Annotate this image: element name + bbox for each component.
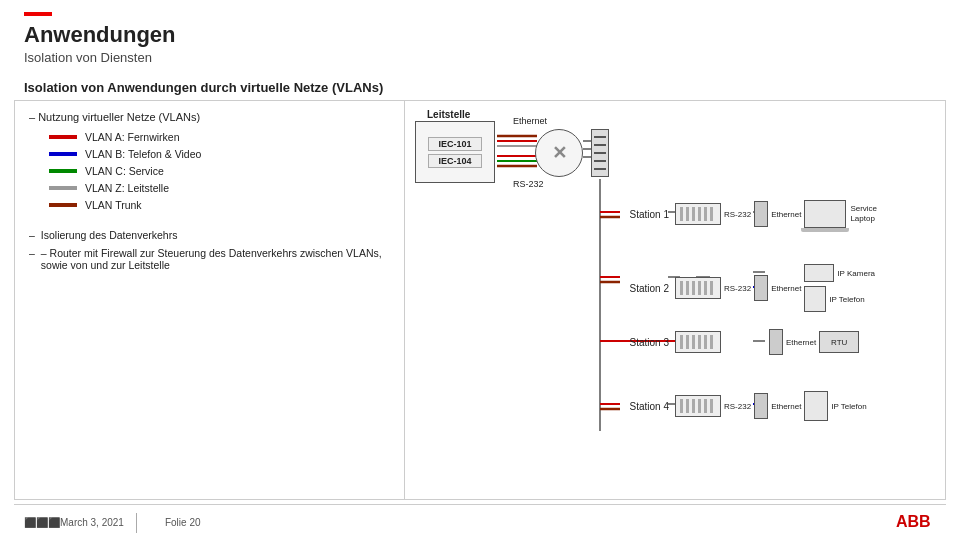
station1-endlabel: ServiceLaptop (850, 204, 877, 225)
station2-label: Station 2 (617, 283, 669, 294)
legend-item: VLAN A: Fernwirken (49, 131, 390, 143)
station2-conn (754, 275, 768, 301)
station3-row: Station 3 Ethernet RTU (617, 329, 862, 355)
main-conn-block (591, 129, 609, 177)
station3-label: Station 3 (617, 337, 669, 348)
station2-row: Station 2 RS-232 Ethernet IP Kamera IP T… (617, 264, 875, 312)
svg-text:ABB: ABB (896, 513, 931, 530)
station2-end-devices: IP Kamera IP Telefon (804, 264, 875, 312)
accent-bar (24, 12, 52, 16)
station3-eth-label: Ethernet (786, 338, 816, 347)
legend-label: VLAN B: Telefon & Video (85, 148, 201, 160)
station1-rs232-label: RS-232 (724, 210, 751, 219)
footer-date: March 3, 2021 (60, 517, 124, 528)
station4-rs232-label: RS-232 (724, 402, 751, 411)
legend-label: VLAN Trunk (85, 199, 142, 211)
phone-icon-s2 (804, 286, 826, 312)
leitstelle-box: IEC-101 IEC-104 (415, 121, 495, 183)
legend-color (49, 186, 77, 190)
legend-item: VLAN Z: Leitstelle (49, 182, 390, 194)
section-title: Isolation von Anwendungen durch virtuell… (24, 80, 383, 95)
legend-label: VLAN Z: Leitstelle (85, 182, 169, 194)
station4-eth-label: Ethernet (771, 402, 801, 411)
station3-device (675, 331, 721, 353)
legend-container: VLAN A: Fernwirken VLAN B: Telefon & Vid… (29, 131, 390, 211)
ethernet-top-label: Ethernet (513, 116, 547, 126)
station2-eth-label: Ethernet (771, 284, 801, 293)
switch-symbol: ✕ (535, 129, 583, 177)
page-subtitle: Isolation von Diensten (24, 50, 152, 65)
station1-conn (754, 201, 768, 227)
bullet2: – Isolierung des Datenverkehrs (29, 229, 390, 241)
footer-abb-dots: ⬛⬛⬛ (24, 517, 60, 528)
legend-label: VLAN C: Service (85, 165, 164, 177)
legend-color (49, 203, 77, 207)
legend-color (49, 169, 77, 173)
station1-eth-label: Ethernet (771, 210, 801, 219)
station1-laptop (804, 200, 846, 228)
station4-label: Station 4 (617, 401, 669, 412)
leitstelle-label: Leitstelle (427, 109, 470, 120)
legend-item: VLAN Trunk (49, 199, 390, 211)
legend-item: VLAN B: Telefon & Video (49, 148, 390, 160)
station2-phone-row: IP Telefon (804, 286, 875, 312)
sub-bullets: – Isolierung des Datenverkehrs – – Route… (29, 229, 390, 271)
footer-page: Folie 20 (165, 517, 201, 528)
switch-x-icon: ✕ (552, 142, 567, 164)
legend-color (49, 135, 77, 139)
diagram-area: Leitstelle IEC-101 IEC-104 Ethernet RS-2… (405, 101, 945, 499)
station2-rs232-label: RS-232 (724, 284, 751, 293)
bullet1: – Nutzung virtueller Netze (VLANs) (29, 111, 390, 123)
footer-sep (136, 513, 137, 533)
left-panel: – Nutzung virtueller Netze (VLANs) VLAN … (15, 101, 405, 499)
station2-camera-row: IP Kamera (804, 264, 875, 282)
bullet3: – – Router mit Firewall zur Steuerung de… (29, 247, 390, 271)
content-box: – Nutzung virtueller Netze (VLANs) VLAN … (14, 100, 946, 500)
station4-row: Station 4 RS-232 Ethernet IP Telefon (617, 391, 867, 421)
legend-color (49, 152, 77, 156)
rtu-device: RTU (819, 331, 859, 353)
station1-device (675, 203, 721, 225)
phone-label-s2: IP Telefon (829, 295, 864, 304)
station3-conn (769, 329, 783, 355)
iec104-label: IEC-104 (428, 154, 482, 168)
legend-label: VLAN A: Fernwirken (85, 131, 180, 143)
footer-logo-group: ⬛⬛⬛ (24, 517, 60, 528)
station1-row: Station 1 RS-232 Ethernet ServiceLaptop (617, 200, 877, 228)
page-title: Anwendungen (24, 22, 176, 48)
iec101-label: IEC-101 (428, 137, 482, 151)
station4-conn (754, 393, 768, 419)
station4-device (675, 395, 721, 417)
camera-icon (804, 264, 834, 282)
footer-abb-logo: ABB (896, 512, 936, 534)
legend-item: VLAN C: Service (49, 165, 390, 177)
footer: ⬛⬛⬛ March 3, 2021 Folie 20 ABB (14, 504, 946, 540)
phone-label-s4: IP Telefon (831, 402, 866, 411)
camera-label: IP Kamera (837, 269, 875, 278)
station1-label: Station 1 (617, 209, 669, 220)
rs232-top-label: RS-232 (513, 179, 544, 189)
station2-device (675, 277, 721, 299)
phone-icon-s4 (804, 391, 828, 421)
